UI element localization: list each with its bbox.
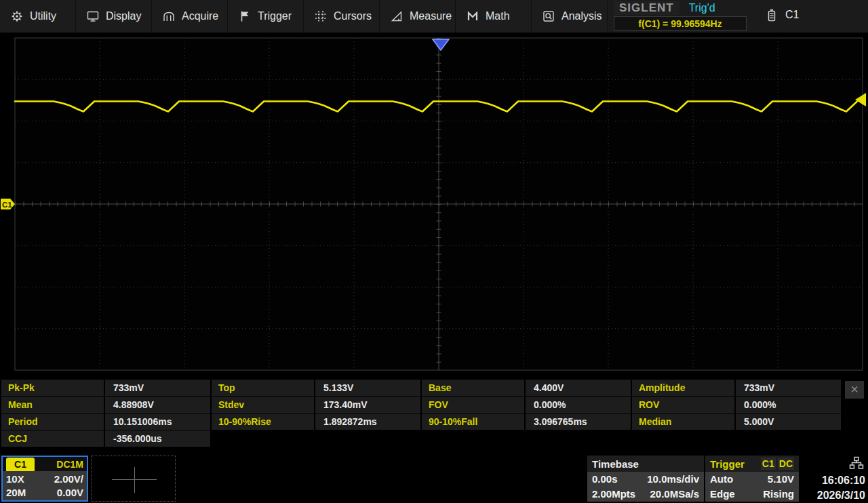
trigger-slope: Rising: [763, 487, 794, 501]
channel1-descriptor-box[interactable]: C1 DC1M 10X 2.00V/ 20M 0.00V: [1, 456, 88, 502]
menu-item-display[interactable]: Display: [76, 0, 152, 33]
menu-item-label: Analysis: [561, 10, 602, 22]
trigger-descriptor-box[interactable]: Trigger C1 DC Auto 5.10V Edge Rising: [705, 456, 799, 502]
measurement-value: 4.400V: [526, 380, 631, 396]
network-icon[interactable]: [849, 456, 864, 470]
waveform-display[interactable]: C1: [0, 33, 868, 380]
trigger-type: Edge: [710, 487, 735, 501]
measurement-value: 733mV: [736, 380, 841, 396]
measurement-value: 5.133V: [315, 380, 420, 396]
timebase-sample-rate: 20.0MSa/s: [650, 487, 699, 501]
menu-item-label: Utility: [30, 10, 56, 22]
menu-item-label: Acquire: [182, 10, 218, 22]
measurement-value: 733mV: [105, 380, 210, 396]
measurement-value: 0.000%: [736, 397, 841, 413]
channel1-offset: 0.00V: [57, 486, 83, 499]
monitor-icon: [86, 9, 100, 23]
trigger-title: Trigger: [710, 458, 745, 470]
measurement-label: 10-90%Rise: [212, 414, 314, 430]
trigger-source-badge: C1: [761, 458, 776, 470]
measurement-label: Top: [212, 380, 314, 396]
active-channel-indicator: C1: [785, 9, 799, 21]
channel1-bandwidth: 20M: [6, 486, 26, 499]
crosshair-icon: [134, 467, 135, 493]
math-m-icon: [466, 9, 479, 23]
menu-item-label: Measure: [410, 10, 452, 22]
channel-add-placeholder[interactable]: [91, 456, 176, 502]
measurement-label: ROV: [632, 397, 734, 413]
timebase-memory-depth: 2.00Mpts: [592, 487, 635, 501]
measurement-label: Pk-Pk: [1, 380, 104, 396]
siglent-logo: SIGLENT: [614, 1, 679, 15]
channel1-volts-per-div: 2.00V/: [54, 472, 83, 485]
menu-item-trigger[interactable]: Trigger: [228, 0, 304, 33]
trigger-coupling-badge: DC: [778, 458, 794, 470]
menu-item-label: Cursors: [334, 10, 372, 22]
clock-area: 16:06:10 2026/3/10: [800, 456, 867, 502]
channel1-level-marker[interactable]: C1: [1, 199, 15, 209]
menu-item-label: Display: [106, 10, 141, 22]
trigger-level: 5.10V: [768, 472, 794, 486]
measurement-label: Amplitude: [632, 380, 734, 396]
measurement-label: CCJ: [1, 430, 104, 447]
measurement-value: 4.88908V: [105, 397, 210, 413]
system-time: 16:06:10: [800, 473, 867, 488]
measurement-label: Median: [632, 414, 734, 430]
bottom-status-bar: C1 DC1M 10X 2.00V/ 20M 0.00V Timebase 0.…: [0, 447, 868, 503]
set-square-icon: [390, 9, 403, 23]
measurement-label: FOV: [422, 397, 524, 413]
measurement-panel: Pk-Pk733mV Top5.133V Base4.400V Amplitud…: [1, 380, 841, 447]
measurement-value: 1.892872ms: [315, 414, 420, 430]
timebase-title: Timebase: [592, 458, 639, 470]
menu-item-label: Trigger: [258, 10, 292, 22]
measurement-label: Base: [422, 380, 524, 396]
menu-item-cursors[interactable]: Cursors: [304, 0, 380, 33]
menu-item-label: Math: [486, 10, 510, 22]
battery-icon: [765, 8, 778, 23]
frequency-counter-readout: f(C1) = 99.96594Hz: [614, 16, 747, 31]
measurement-value: 0.000%: [526, 397, 631, 413]
timebase-scale: 10.0ms/div: [647, 472, 699, 486]
channel1-coupling: DC1M: [56, 458, 87, 471]
measurement-value: 10.151006ms: [105, 414, 210, 430]
arch-icon: [162, 9, 176, 23]
system-date: 2026/3/10: [800, 488, 867, 503]
menu-item-math[interactable]: Math: [456, 0, 532, 33]
channel1-probe: 10X: [6, 472, 24, 485]
status-cluster: SIGLENT Trig'd f(C1) = 99.96594Hz: [614, 0, 749, 33]
measurement-label: Mean: [1, 397, 104, 413]
menu-item-utility[interactable]: Utility: [0, 0, 76, 33]
flag-icon: [238, 9, 252, 23]
svg-text:C1: C1: [2, 201, 12, 209]
timebase-descriptor-box[interactable]: Timebase 0.00s 10.0ms/div 2.00Mpts 20.0M…: [587, 456, 704, 502]
gear-icon: [10, 9, 24, 23]
trigger-mode: Auto: [710, 472, 733, 486]
measurement-value: 5.000V: [736, 414, 841, 430]
channel1-tab[interactable]: C1: [6, 458, 35, 471]
magnifier-document-icon: [542, 9, 555, 23]
measurement-value: 3.096765ms: [526, 414, 631, 430]
menu-item-acquire[interactable]: Acquire: [152, 0, 228, 33]
crosshatch-icon: [314, 9, 328, 23]
timebase-delay: 0.00s: [592, 472, 618, 486]
trigger-status-badge: Trig'd: [689, 2, 715, 14]
menu-item-analysis[interactable]: Analysis: [532, 0, 608, 33]
measurement-label: Period: [1, 414, 104, 430]
measurement-value: -356.000us: [105, 430, 210, 447]
measurement-label: Stdev: [212, 397, 314, 413]
menu-item-measure[interactable]: Measure: [380, 0, 456, 33]
measurement-value: 173.40mV: [315, 397, 420, 413]
close-measurements-button[interactable]: ×: [845, 381, 864, 399]
measurement-label: 90-10%Fall: [422, 414, 524, 430]
